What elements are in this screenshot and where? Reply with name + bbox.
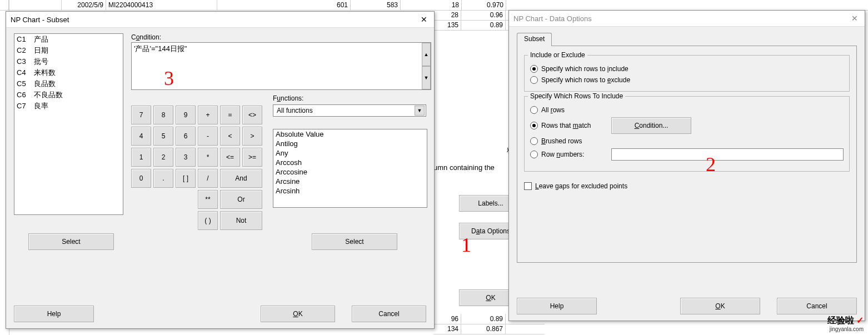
include-exclude-group: Include or Exclude Specify which rows to… [524,55,850,92]
close-icon[interactable]: ✕ [416,13,432,26]
subset-titlebar[interactable]: NP Chart - Subset ✕ [6,12,434,28]
condition-label: Condition: [131,33,161,41]
group1-title: Include or Exclude [528,51,587,59]
radio-include-label: Specify which rows to include [541,65,628,73]
list-item[interactable]: Absolute Value [273,129,427,139]
key-plus[interactable]: + [198,106,218,124]
key-le[interactable]: <= [220,148,240,167]
key-4[interactable]: 4 [131,127,151,146]
key-div[interactable]: / [198,169,218,188]
subset-dialog: NP Chart - Subset ✕ C1 产品 C2 日期 C3 批号 C4… [6,11,435,329]
list-item[interactable]: Arcsinh [273,186,427,196]
key-2[interactable]: 2 [153,148,173,167]
key-5[interactable]: 5 [153,127,173,146]
list-item[interactable]: C4 来料数 [14,67,123,78]
list-item[interactable]: C2 日期 [14,45,123,56]
radio-numbers[interactable] [530,151,538,158]
list-item[interactable]: Any [273,148,427,158]
key-minus[interactable]: - [198,127,218,146]
tab-subset[interactable]: Subset [517,33,552,46]
key-gt[interactable]: > [242,127,262,146]
list-item[interactable]: Antilog [273,139,427,148]
functions-combo[interactable]: All functions ▼ [273,104,426,117]
condition-textarea[interactable]: '产品'="144日报" ▲ ▼ [131,42,431,90]
options-ok-button[interactable]: OK [680,298,760,314]
radio-brushed[interactable] [530,137,538,145]
key-lt[interactable]: < [220,127,240,146]
key-ge[interactable]: >= [242,148,262,167]
key-3[interactable]: 3 [176,148,196,167]
key-brackets[interactable]: [ ] [176,169,196,188]
radio-allrows-row[interactable]: All rows [530,104,844,116]
key-or[interactable]: Or [220,190,262,209]
radio-numbers-label: Row numbers: [541,151,608,158]
list-item[interactable]: Arccosh [273,158,427,167]
radio-brushed-row[interactable]: Brushed rows [530,136,844,147]
spin-down-icon[interactable]: ▼ [422,66,431,89]
select-column-button[interactable]: Select [28,233,114,250]
options-cancel-button[interactable]: Cancel [777,298,857,314]
subset-title: NP Chart - Subset [11,16,69,24]
key-dot[interactable]: . [153,169,173,188]
radio-match-row[interactable]: Rows that match Condition... [530,116,844,136]
key-6[interactable]: 6 [176,127,196,146]
bg-date: 2002/5/9 [62,0,106,10]
functions-combo-value: All functions [277,107,313,114]
cancel-button[interactable]: Cancel [352,306,426,322]
condition-button[interactable]: Condition... [611,117,691,134]
radio-match-label: Rows that match [541,122,608,129]
leave-gaps-row[interactable]: Leave gaps for excluded points [524,181,850,192]
radio-numbers-row[interactable]: Row numbers: [530,147,844,162]
options-help-button[interactable]: Help [517,298,597,314]
condition-spinner[interactable]: ▲ ▼ [422,43,431,89]
radio-allrows[interactable] [530,106,538,114]
row-numbers-input[interactable] [611,148,844,161]
list-item[interactable]: C6 不良品数 [14,89,123,101]
rows-group: Specify Which Rows To Include All rows R… [524,96,850,172]
bg-batch: MI2204000413 [106,0,217,10]
key-eq[interactable]: = [220,106,240,124]
radio-exclude-label: Specify which rows to exclude [541,76,630,84]
radio-exclude[interactable] [530,76,538,84]
leave-gaps-label: Leave gaps for excluded points [535,182,627,190]
key-paren[interactable]: ( ) [198,211,218,230]
select-function-button[interactable]: Select [312,233,397,250]
tab-strip: Subset [517,32,857,46]
list-item[interactable]: Arcsine [273,177,427,186]
data-options-dialog: NP Chart - Data Options ✕ Subset Include… [508,10,865,321]
radio-include[interactable] [530,65,538,73]
leave-gaps-checkbox[interactable] [524,182,532,190]
radio-allrows-label: All rows [541,106,565,114]
chevron-down-icon[interactable]: ▼ [415,106,425,116]
radio-include-row[interactable]: Specify which rows to include [530,63,844,74]
key-mult[interactable]: * [198,148,218,167]
close-icon[interactable]: ✕ [847,12,862,24]
list-item[interactable]: C5 良品数 [14,78,123,89]
help-button[interactable]: Help [14,306,94,322]
key-9[interactable]: 9 [176,106,196,124]
key-0[interactable]: 0 [131,169,151,188]
key-pow[interactable]: ** [198,190,218,209]
list-item[interactable]: Arccosine [273,167,427,177]
functions-label: Functions: [273,94,303,102]
list-item[interactable]: C7 良率 [14,101,123,112]
functions-listbox[interactable]: Absolute Value Antilog Any Arccosh Arcco… [273,129,427,208]
options-title: NP Chart - Data Options [513,14,592,23]
radio-brushed-label: Brushed rows [541,137,582,145]
key-ne[interactable]: <> [242,106,262,124]
spin-up-icon[interactable]: ▲ [422,43,431,66]
ok-button[interactable]: OK [261,306,335,322]
radio-exclude-row[interactable]: Specify which rows to exclude [530,74,844,86]
key-1[interactable]: 1 [131,148,151,167]
options-titlebar[interactable]: NP Chart - Data Options ✕ [509,11,865,27]
key-8[interactable]: 8 [153,106,173,124]
columns-listbox[interactable]: C1 产品 C2 日期 C3 批号 C4 来料数 C5 良品数 C6 不良品数 … [14,33,123,215]
group2-title: Specify Which Rows To Include [528,92,625,100]
list-item[interactable]: C1 产品 [14,34,123,45]
radio-match[interactable] [530,122,538,129]
key-7[interactable]: 7 [131,106,151,124]
key-and[interactable]: And [220,169,262,188]
list-item[interactable]: C3 批号 [14,56,123,67]
key-not[interactable]: Not [220,211,262,230]
condition-value: '产品'="144日报" [134,44,187,53]
